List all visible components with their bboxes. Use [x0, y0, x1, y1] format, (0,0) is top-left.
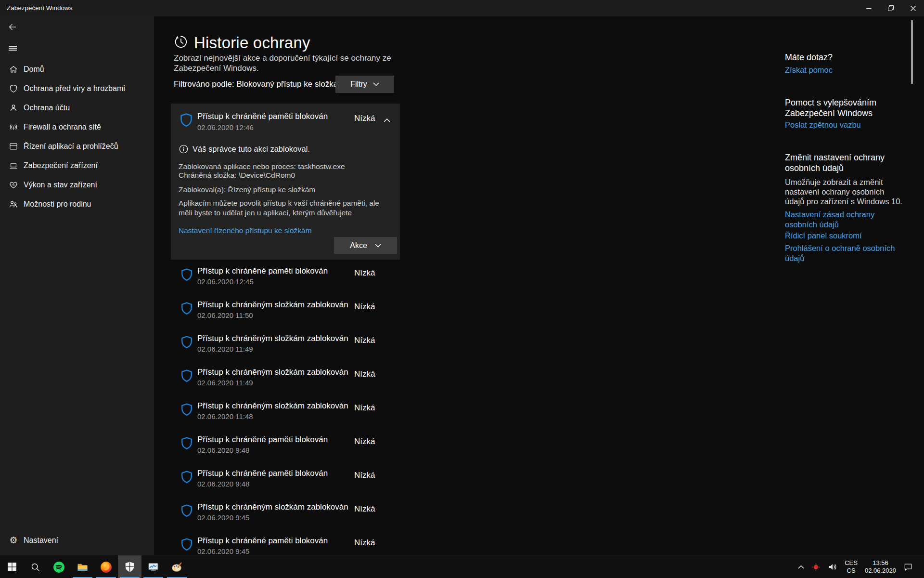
heart-pulse-icon	[9, 180, 18, 190]
family-icon	[9, 199, 18, 209]
taskbar-apps	[0, 555, 189, 578]
privacy-description: Umožňuje zobrazit a změnit nastavení och…	[785, 177, 905, 206]
clock[interactable]: 13:56 02.06.2020	[865, 559, 896, 575]
taskbar-paint[interactable]	[165, 555, 189, 578]
tray-app-icon[interactable]	[811, 563, 821, 572]
privacy-statement-link[interactable]: Prohlášení o ochraně osobních údajů	[785, 243, 906, 263]
privacy-settings-link[interactable]: Nastavení zásad ochrany osobních údajů	[785, 210, 905, 230]
chevron-down-icon	[373, 82, 379, 86]
event-severity: Nízká	[354, 437, 375, 447]
clock-date: 02.06.2020	[865, 567, 896, 575]
page-description: Zobrazí nejnovější akce a doporučení týk…	[174, 53, 411, 73]
protected-folder-line: Chráněná složka: \Device\CdRom0	[179, 171, 295, 180]
sidebar-item-app-browser-control[interactable]: Řízení aplikací a prohlížečů	[0, 137, 154, 156]
sidebar: Domů Ochrana před viry a hrozbami Ochran…	[0, 16, 154, 555]
sidebar-item-label: Výkon a stav zařízení	[24, 181, 97, 189]
sidebar-item-family-options[interactable]: Možnosti pro rodinu	[0, 195, 154, 214]
shield-icon	[180, 436, 193, 453]
help-heading: Máte dotaz?	[785, 52, 833, 63]
event-severity: Nízká	[354, 114, 375, 123]
task-manager-icon	[147, 561, 159, 573]
event-timestamp: 02.06.2020 12:45	[197, 277, 254, 286]
event-row[interactable]: Přístup k chráněným složkám zablokován 0…	[171, 295, 400, 329]
event-title: Přístup k chráněným složkám zablokován	[197, 300, 348, 310]
event-row[interactable]: Přístup k chráněným složkám zablokován 0…	[171, 363, 400, 396]
sidebar-item-device-performance[interactable]: Výkon a stav zařízení	[0, 175, 154, 195]
event-severity: Nízká	[354, 369, 375, 379]
sidebar-item-virus-protection[interactable]: Ochrana před viry a hrozbami	[0, 79, 154, 98]
taskbar-task-manager[interactable]	[141, 555, 165, 578]
sidebar-item-account-protection[interactable]: Ochrana účtu	[0, 98, 154, 118]
actions-button-label: Akce	[350, 241, 367, 250]
menu-button[interactable]	[4, 39, 21, 57]
event-severity: Nízká	[354, 403, 375, 413]
event-timestamp: 02.06.2020 9:48	[197, 446, 249, 454]
privacy-dashboard-link[interactable]: Řídicí panel soukromí	[785, 231, 862, 241]
folder-access-settings-link[interactable]: Nastavení řízeného přístupu ke složkám	[179, 226, 312, 235]
taskbar-windows-security[interactable]	[118, 555, 141, 578]
event-row[interactable]: Přístup k chráněné paměti blokován 02.06…	[171, 464, 400, 498]
event-row[interactable]: Přístup k chráněné paměti blokován 02.06…	[171, 531, 400, 555]
get-help-link[interactable]: Získat pomoc	[785, 65, 833, 75]
taskbar-firefox[interactable]	[94, 555, 118, 578]
shield-icon	[180, 470, 193, 486]
event-title: Přístup k chráněné paměti blokován	[197, 469, 328, 478]
restore-button[interactable]	[880, 0, 902, 16]
shield-icon	[180, 302, 193, 318]
shield-icon	[180, 335, 193, 352]
action-center-button[interactable]	[903, 562, 913, 572]
firefox-icon	[100, 561, 112, 573]
signal-icon	[9, 122, 18, 132]
clock-time: 13:56	[865, 559, 896, 567]
event-timestamp: 02.06.2020 9:45	[197, 547, 249, 555]
spotify-icon	[53, 561, 65, 573]
filters-button[interactable]: Filtry	[335, 76, 394, 93]
sidebar-item-label: Ochrana před viry a hrozbami	[24, 84, 125, 93]
sidebar-item-label: Možnosti pro rodinu	[24, 200, 91, 209]
app-body: Domů Ochrana před viry a hrozbami Ochran…	[0, 16, 924, 555]
notification-icon	[903, 562, 913, 572]
event-severity: Nízká	[354, 504, 375, 514]
hamburger-icon	[9, 44, 17, 52]
event-row[interactable]: Přístup k chráněné paměti blokován 02.06…	[171, 430, 400, 464]
event-severity: Nízká	[354, 268, 375, 278]
send-feedback-link[interactable]: Poslat zpětnou vazbu	[785, 120, 861, 130]
language-indicator[interactable]: CES CS	[845, 559, 858, 575]
event-timestamp: 02.06.2020 11:49	[197, 379, 253, 387]
shield-icon	[180, 538, 193, 554]
vertical-scrollbar[interactable]	[911, 20, 913, 84]
history-icon	[174, 35, 188, 51]
search-button[interactable]	[24, 555, 47, 578]
event-title: Přístup k chráněné paměti blokován	[197, 266, 328, 276]
event-row[interactable]: Přístup k chráněné paměti blokován 02.06…	[171, 262, 400, 295]
sidebar-item-firewall[interactable]: Firewall a ochrana sítě	[0, 118, 154, 137]
event-severity: Nízká	[354, 538, 375, 548]
taskbar: CES CS 13:56 02.06.2020	[0, 555, 924, 578]
filters-button-label: Filtry	[350, 80, 367, 89]
chevron-down-icon	[375, 244, 381, 248]
event-row[interactable]: Přístup k chráněným složkám zablokován 0…	[171, 498, 400, 531]
advice-text: Aplikacím můžete povolit přístup k vaší …	[179, 198, 394, 218]
taskbar-spotify[interactable]	[47, 555, 71, 578]
event-title: Přístup k chráněné paměti blokován	[197, 112, 328, 121]
home-icon	[9, 65, 18, 74]
sidebar-item-device-security[interactable]: Zabezpečení zařízení	[0, 156, 154, 175]
close-button[interactable]	[902, 0, 924, 16]
back-button[interactable]	[4, 18, 21, 36]
actions-button[interactable]: Akce	[334, 237, 397, 254]
sidebar-item-settings[interactable]: ⚙ Nastavení	[0, 531, 154, 550]
admin-message-row: Váš správce tuto akci zablokoval.	[179, 144, 310, 154]
sidebar-item-home[interactable]: Domů	[0, 60, 154, 79]
event-row[interactable]: Přístup k chráněným složkám zablokován 0…	[171, 329, 400, 363]
window-controls	[858, 0, 924, 16]
collapse-button[interactable]	[381, 115, 393, 125]
start-button[interactable]	[0, 555, 24, 578]
event-title: Přístup k chráněným složkám zablokován	[197, 401, 348, 411]
volume-icon[interactable]	[828, 562, 837, 572]
minimize-button[interactable]	[858, 0, 880, 16]
taskbar-file-explorer[interactable]	[71, 555, 94, 578]
event-row[interactable]: Přístup k chráněným složkám zablokován 0…	[171, 396, 400, 430]
event-timestamp: 02.06.2020 9:48	[197, 480, 249, 488]
hidden-icons-button[interactable]	[798, 565, 804, 569]
sidebar-item-label: Nastavení	[24, 536, 58, 545]
